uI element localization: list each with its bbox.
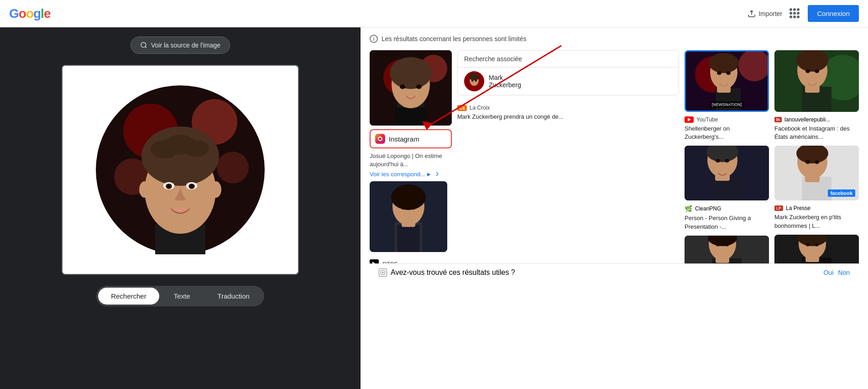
feedback-buttons: Oui Non: [824, 269, 850, 276]
cleanpng-source-name: CleanPNG: [695, 205, 721, 212]
col3-image1[interactable]: [NEWSNATION]: [685, 50, 769, 112]
main-content: Voir la source de l'image: [0, 27, 868, 389]
instagram-label: Instagram: [389, 135, 419, 143]
voir-source-label: Voir la source de l'image: [151, 42, 220, 49]
facebook-overlay: facebook: [828, 189, 855, 197]
youtube-icon: [685, 116, 694, 123]
la-presse-card: LP La Presse Mark Zuckerberg en p'tits b…: [774, 205, 859, 230]
svg-point-69: [716, 243, 720, 246]
assoc-item-zuckerberg[interactable]: MarkZuckerberg: [458, 67, 679, 95]
svg-point-39: [391, 184, 426, 210]
svg-point-46: [475, 80, 477, 82]
cleanpng-card: 🌿 CleanPNG Person - Person Giving a Pres…: [685, 205, 769, 231]
la-presse-source-line: LP La Presse: [774, 205, 859, 211]
uploaded-image-container: [62, 65, 299, 275]
cleanpng-source-line: 🌿 CleanPNG: [685, 205, 769, 212]
info-icon: i: [370, 35, 378, 43]
youtube-source-line: YouTube: [685, 116, 769, 123]
svg-point-84: [805, 160, 810, 164]
instagram-icon: [375, 134, 385, 144]
la-croix-source-line: Cx La Croix: [457, 105, 679, 111]
lapresse-badge: LP: [774, 205, 783, 211]
bottom-tabs: Rechercher Texte Traduction: [96, 286, 264, 306]
col4-image2[interactable]: facebook: [774, 146, 859, 200]
results-area: Instagram Josué Lopongo | On estime aujo…: [370, 50, 859, 281]
la-presse-title: Mark Zuckerberg en p'tits bonhommes | L.…: [774, 213, 859, 230]
second-portrait-svg: [370, 181, 447, 252]
associated-search-box: Recherche associée MarkZuckerberg: [457, 50, 679, 95]
import-button[interactable]: Importer: [748, 10, 782, 18]
svg-point-56: [726, 71, 731, 75]
upload-icon: [748, 10, 756, 18]
feedback-left: Avez-vous trouvé ces résultats utiles ?: [379, 268, 515, 277]
right-panel: i Les résultats concernant les personnes…: [361, 27, 868, 389]
svg-point-44: [469, 73, 480, 80]
feedback-question: Avez-vous trouvé ces résultats utiles ?: [391, 268, 515, 277]
feedback-bar: Avez-vous trouvé ces résultats utiles ? …: [370, 263, 859, 281]
la-presse-source-name: La Presse: [786, 205, 810, 211]
main-result-portrait: [370, 50, 452, 126]
info-text: Les résultats concernant les personnes s…: [382, 35, 527, 42]
chevron-right-icon: [434, 170, 441, 178]
voir-correspond-link[interactable]: Voir les correspond... ▶: [370, 170, 452, 178]
assoc-header: Recherche associée: [458, 51, 679, 67]
svg-point-78: [815, 69, 819, 73]
instagram-card[interactable]: Instagram: [370, 129, 452, 148]
header-right: Importer Connexion: [748, 5, 859, 22]
svg-point-31: [390, 57, 432, 89]
cleanpng-title: Person - Person Giving a Presentation -.…: [685, 214, 769, 231]
lnr-title: Facebook et Instagram : des États améric…: [774, 125, 859, 141]
svg-point-0: [141, 42, 146, 47]
search-icon: [140, 42, 147, 49]
la-croix-card: Cx La Croix Mark Zuckerberg prendra un c…: [457, 105, 679, 121]
svg-point-32: [400, 84, 405, 89]
svg-point-40: [401, 206, 406, 210]
svg-point-5: [217, 152, 249, 184]
voir-source-button[interactable]: Voir la source de l'image: [131, 37, 230, 54]
oui-button[interactable]: Oui: [824, 269, 834, 276]
col3-image2[interactable]: [685, 146, 769, 200]
cx-badge: Cx: [457, 105, 467, 111]
second-portrait-image[interactable]: [370, 181, 447, 252]
josue-text: Josué Lopongo | On estime aujourd'hui à.…: [370, 152, 452, 168]
import-label: Importer: [758, 10, 782, 17]
lnr-card: ln lanouvellerepubli... Facebook et Inst…: [774, 116, 859, 141]
svg-point-45: [471, 80, 473, 82]
lnr-source-name: lanouvellerepubli...: [784, 116, 830, 123]
left-panel: Voir la source de l'image: [0, 27, 361, 389]
svg-point-63: [725, 159, 729, 163]
svg-point-85: [815, 160, 819, 164]
svg-rect-36: [397, 225, 420, 252]
la-croix-title: Mark Zuckerberg prendra un congé de...: [457, 113, 679, 121]
google-logo: Google: [9, 6, 50, 21]
svg-point-54: [709, 53, 739, 73]
svg-point-20: [139, 181, 150, 198]
la-croix-source-name: La Croix: [470, 105, 490, 111]
non-button[interactable]: Non: [838, 269, 850, 276]
assoc-thumb: [464, 71, 484, 91]
tab-texte[interactable]: Texte: [161, 288, 203, 305]
svg-rect-28: [395, 107, 427, 126]
header: Google Importer Connexion: [0, 0, 868, 27]
youtube-card: YouTube Shellenberger on Zuckerberg's...: [685, 116, 769, 141]
svg-point-41: [411, 206, 416, 210]
col3: [NEWSNATION] YouTube Shellenberger on Zu…: [685, 50, 769, 281]
feedback-icon: [379, 268, 387, 277]
josue-description: Josué Lopongo | On estime aujourd'hui à.…: [370, 152, 452, 178]
svg-point-21: [210, 181, 221, 198]
svg-point-19: [190, 184, 193, 188]
svg-point-92: [815, 243, 819, 246]
tab-rechercher[interactable]: Rechercher: [98, 288, 159, 305]
apps-icon[interactable]: [790, 8, 800, 19]
info-bar: i Les résultats concernant les personnes…: [370, 35, 859, 43]
portrait-image: [96, 85, 265, 254]
cleanpng-icon: 🌿: [685, 205, 692, 212]
svg-point-62: [716, 159, 720, 163]
youtube-source-name: YouTube: [696, 116, 718, 123]
main-result-image[interactable]: [370, 50, 452, 126]
svg-point-77: [805, 69, 810, 73]
col4-image1[interactable]: [774, 50, 859, 112]
col2: Recherche associée MarkZuckerberg: [457, 50, 679, 281]
connexion-button[interactable]: Connexion: [808, 5, 859, 22]
tab-traduction[interactable]: Traduction: [205, 288, 262, 305]
